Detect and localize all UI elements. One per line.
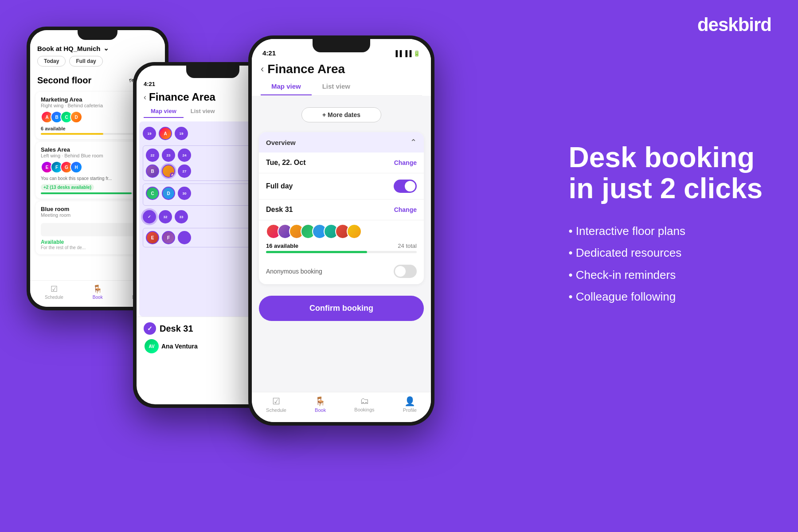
anonymous-row: Anonymous booking (259, 258, 424, 284)
fullday-toggle[interactable] (394, 180, 417, 193)
desk-selected[interactable]: ✓ (143, 210, 156, 223)
feature-list: Interactive floor plans Dedicated resour… (568, 220, 763, 308)
desk-avatar: C (146, 187, 159, 200)
desk-dot[interactable]: 24 (178, 149, 191, 162)
sales-bar (41, 192, 132, 194)
phone-1-notch (78, 30, 117, 40)
tab-list-view[interactable]: List view (184, 105, 222, 118)
avatar: H (70, 161, 82, 173)
desk-avatar: E (146, 231, 159, 244)
person-avatar: AV (144, 338, 160, 354)
desk-dot[interactable]: 27 (178, 164, 191, 178)
check-badge-icon: ✓ (144, 322, 156, 335)
p3-nav-bookings[interactable]: 🗂 Bookings (354, 396, 374, 415)
nav-schedule[interactable]: ☑ Schedule (45, 284, 63, 301)
today-button[interactable]: Today (37, 56, 66, 66)
desk-avatar: F (162, 231, 175, 244)
avatar: D (70, 111, 82, 123)
fullday-row: Full day (259, 173, 424, 200)
phones-container: Book at HQ_Munich ⌄ Today Full day Secon… (18, 0, 399, 532)
fullday-button[interactable]: Full day (69, 56, 102, 66)
date-row: Tue, 22. Oct Change (259, 153, 424, 173)
p3-tabs: Map view List view (261, 78, 422, 96)
p1-pills: Today Full day (37, 56, 158, 66)
desk-avatar-selected: ⏰ (162, 164, 175, 178)
phone-3: 4:21 ▐▐ ▐▐ 🔋 ‹ Finance Area Map view Lis… (248, 35, 434, 426)
p3-tab-map[interactable]: Map view (261, 78, 312, 95)
overview-header: Overview ⌃ (259, 132, 424, 153)
overview-collapse-icon[interactable]: ⌃ (410, 137, 417, 147)
desk-avatar: B (146, 164, 159, 178)
desk-dot[interactable]: 19 (175, 127, 188, 140)
desk-availability-bar-bg (266, 251, 417, 253)
p3-back-row: ‹ Finance Area (261, 62, 422, 76)
p3-bottom-nav: ☑ Schedule 🪑 Book 🗂 Bookings 👤 Profile (252, 392, 431, 422)
phone-2-notch (186, 66, 239, 78)
overview-card: Overview ⌃ Tue, 22. Oct Change Full day (259, 132, 424, 284)
desk-dot[interactable]: 19 (143, 127, 156, 140)
nav-book[interactable]: 🪑 Book (93, 284, 103, 301)
p3-tab-list[interactable]: List view (312, 78, 361, 95)
desk-avatar: D (162, 187, 175, 200)
brand-logo: deskbird (697, 14, 771, 35)
feature-3: Check-in reminders (568, 264, 763, 286)
desk-change-link[interactable]: Change (394, 206, 417, 213)
p3-content: + More dates Overview ⌃ Tue, 22. Oct Cha… (252, 96, 431, 326)
date-change-link[interactable]: Change (394, 159, 417, 166)
tagline-headline: Desk booking in just 2 clicks (568, 142, 763, 204)
desk-row: Desk 31 Change (259, 200, 424, 220)
more-dates-button[interactable]: + More dates (301, 107, 381, 122)
p1-location: Book at HQ_Munich ⌄ (37, 44, 158, 52)
availability-bar (41, 133, 103, 135)
tab-map-view[interactable]: Map view (144, 105, 184, 118)
desk-dot[interactable]: 33 (175, 210, 188, 223)
anonymous-toggle[interactable] (394, 265, 417, 278)
desk-avatar (347, 224, 362, 239)
floor-title: Second floor (37, 75, 91, 86)
desk-dot[interactable]: 30 (178, 187, 191, 200)
desks-badge: +2 (13 desks available) (41, 184, 94, 191)
desk-dot[interactable]: 32 (159, 210, 172, 223)
confirm-booking-button[interactable]: Confirm booking (259, 296, 424, 321)
p3-nav-schedule[interactable]: ☑ Schedule (266, 396, 286, 415)
desk-avatar: A (159, 127, 172, 140)
p3-nav-profile[interactable]: 👤 Profile (403, 396, 417, 415)
feature-4: Colleague following (568, 286, 763, 308)
phone-3-screen: 4:21 ▐▐ ▐▐ 🔋 ‹ Finance Area Map view Lis… (252, 39, 431, 422)
desk-dot[interactable] (178, 231, 191, 244)
desk-dot[interactable]: 23 (162, 149, 175, 162)
phone-3-notch (313, 39, 370, 52)
p3-nav-book[interactable]: 🪑 Book (315, 396, 326, 415)
more-dates-container: + More dates (259, 101, 424, 129)
p3-back-arrow-icon[interactable]: ‹ (261, 63, 264, 75)
availability-section: 16 available 24 total (259, 241, 424, 258)
feature-2: Dedicated resources (568, 242, 763, 264)
back-arrow-icon[interactable]: ‹ (144, 93, 146, 102)
feature-1: Interactive floor plans (568, 220, 763, 242)
tagline-section: Desk booking in just 2 clicks Interactiv… (568, 142, 763, 308)
desk-availability-bar (266, 251, 367, 253)
desk-avatars-row (259, 220, 424, 241)
desk-dot[interactable]: 22 (146, 149, 159, 162)
